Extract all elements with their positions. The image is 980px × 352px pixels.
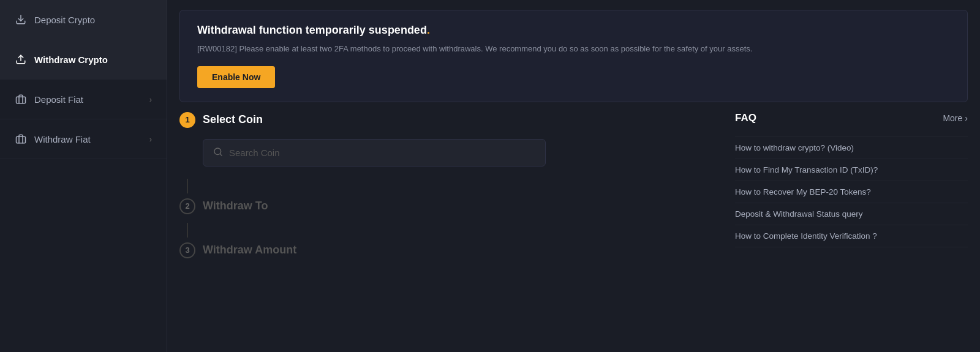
search-input-wrapper <box>203 139 546 167</box>
faq-item-5[interactable]: How to Complete Identity Verification ? <box>735 225 968 247</box>
step-3-header: 3 Withdraw Amount <box>179 242 717 258</box>
chevron-right-icon: › <box>149 135 152 144</box>
search-icon <box>213 147 223 159</box>
step-connector-2 <box>187 223 188 238</box>
download-icon <box>15 13 27 26</box>
upload-icon <box>15 53 27 66</box>
more-label: More <box>943 113 962 123</box>
sidebar: Deposit Crypto Withdraw Crypto Deposit F… <box>0 0 167 352</box>
step-2-header: 2 Withdraw To <box>179 198 717 214</box>
faq-area: FAQ More › How to withdraw crypto? (Vide… <box>735 112 968 353</box>
step-3-title: Withdraw Amount <box>203 244 296 257</box>
faq-item-1[interactable]: How to withdraw crypto? (Video) <box>735 137 968 159</box>
chevron-right-icon: › <box>965 113 968 123</box>
bank-deposit-icon <box>15 93 27 105</box>
sidebar-item-label: Deposit Crypto <box>34 15 95 25</box>
sidebar-item-deposit-crypto[interactable]: Deposit Crypto <box>0 0 167 40</box>
search-container <box>203 139 717 167</box>
faq-title: FAQ <box>735 112 756 124</box>
step-connector-1 <box>187 179 188 193</box>
warning-dot: . <box>427 24 430 36</box>
svg-rect-2 <box>17 97 26 103</box>
main-content: Withdrawal function temporarily suspende… <box>167 0 980 352</box>
svg-line-5 <box>220 154 222 155</box>
sidebar-item-label: Withdraw Fiat <box>34 134 91 144</box>
faq-list: How to withdraw crypto? (Video) How to F… <box>735 137 968 247</box>
bank-withdraw-icon <box>15 133 27 145</box>
search-coin-input[interactable] <box>229 148 535 158</box>
warning-title: Withdrawal function temporarily suspende… <box>197 24 950 37</box>
svg-rect-3 <box>17 137 26 143</box>
sidebar-item-label: Withdraw Crypto <box>34 54 108 65</box>
sidebar-item-withdraw-fiat[interactable]: Withdraw Fiat › <box>0 119 167 159</box>
steps-area: 1 Select Coin <box>179 112 717 353</box>
step-2-badge: 2 <box>179 198 195 214</box>
faq-item-4[interactable]: Deposit & Withdrawal Status query <box>735 203 968 225</box>
step-1-badge: 1 <box>179 112 195 128</box>
sidebar-item-withdraw-crypto[interactable]: Withdraw Crypto <box>0 40 167 80</box>
step-2-title: Withdraw To <box>203 200 268 212</box>
sidebar-item-label: Deposit Fiat <box>34 94 83 105</box>
step-1-title: Select Coin <box>203 113 263 126</box>
faq-item-2[interactable]: How to Find My Transaction ID (TxID)? <box>735 159 968 181</box>
faq-header: FAQ More › <box>735 112 968 124</box>
warning-banner: Withdrawal function temporarily suspende… <box>179 10 968 102</box>
step-3-badge: 3 <box>179 242 195 258</box>
step-1-header: 1 Select Coin <box>179 112 717 128</box>
warning-message: [RW00182] Please enable at least two 2FA… <box>197 43 950 55</box>
content-row: 1 Select Coin <box>167 112 980 353</box>
chevron-right-icon: › <box>149 95 152 104</box>
sidebar-item-deposit-fiat[interactable]: Deposit Fiat › <box>0 80 167 119</box>
enable-now-button[interactable]: Enable Now <box>197 66 275 88</box>
faq-item-3[interactable]: How to Recover My BEP-20 Tokens? <box>735 181 968 203</box>
faq-more-link[interactable]: More › <box>943 113 968 123</box>
